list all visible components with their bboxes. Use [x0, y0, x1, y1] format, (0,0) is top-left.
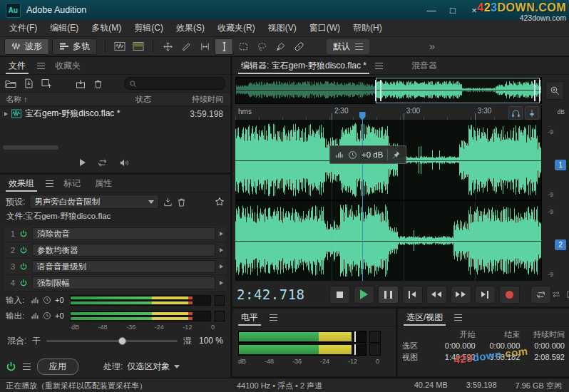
effect-slot-3[interactable]: 3 语音音量级别	[4, 259, 226, 275]
panel-menu-icon[interactable]	[375, 63, 383, 69]
save-preset-icon[interactable]	[163, 197, 173, 207]
clock-icon[interactable]	[43, 311, 51, 320]
mix-value[interactable]: 100 %	[198, 336, 223, 346]
tab-favorites[interactable]: 收藏夹	[52, 57, 83, 74]
panel-menu-icon[interactable]	[454, 314, 462, 321]
minimize-button[interactable]: —	[421, 0, 442, 20]
effect-slot-4[interactable]: 4 强制限幅	[4, 275, 226, 292]
file-list-item[interactable]: 宝石gem-野狼disco.flac * 3:59.198	[0, 106, 230, 121]
menu-effects[interactable]: 效果(S)	[170, 20, 211, 37]
timeline-ruler[interactable]: hms 2:30 3:00 3:30	[235, 105, 542, 120]
chevron-right-icon[interactable]	[220, 264, 223, 269]
tab-properties[interactable]: 属性	[92, 175, 115, 192]
skip-to-end-button[interactable]	[475, 286, 496, 304]
favorite-star-icon[interactable]	[215, 197, 225, 207]
tab-markers[interactable]: 标记	[61, 175, 83, 192]
tab-files[interactable]: 文件	[6, 57, 29, 74]
loop-playback-button[interactable]	[530, 286, 551, 304]
apply-button[interactable]: 应用	[37, 359, 78, 375]
zoom-navigator[interactable]	[235, 77, 542, 104]
power-icon[interactable]	[19, 262, 28, 271]
output-gain-value[interactable]: +0	[55, 311, 66, 320]
arrow-exchange-icon[interactable]	[551, 290, 561, 299]
hud-gain-value[interactable]: +0 dB	[362, 150, 383, 159]
skip-to-start-button[interactable]	[402, 286, 423, 304]
menu-view[interactable]: 视图(V)	[262, 20, 303, 37]
panel-menu-icon[interactable]	[270, 314, 277, 321]
razor-tool-button[interactable]	[178, 39, 195, 54]
menu-edit[interactable]: 编辑(E)	[43, 20, 85, 37]
preview-play-icon[interactable]	[80, 159, 86, 166]
chevron-right-icon[interactable]	[220, 248, 223, 252]
preview-editor-button[interactable]	[525, 106, 539, 120]
horizontal-scrollbar[interactable]	[3, 145, 58, 150]
rewind-button[interactable]	[426, 286, 447, 304]
clip-indicator[interactable]	[369, 331, 381, 343]
clip-indicator[interactable]	[215, 311, 225, 321]
search-input[interactable]	[140, 78, 220, 88]
tab-levels[interactable]: 电平	[238, 309, 261, 326]
trash-icon[interactable]	[93, 79, 103, 88]
menu-window[interactable]: 窗口(W)	[303, 20, 347, 37]
tab-effects-rack[interactable]: 效果组	[6, 175, 37, 192]
navigator-view-range[interactable]	[376, 78, 540, 103]
maximize-button[interactable]: □	[442, 0, 463, 20]
mix-slider[interactable]	[46, 340, 178, 342]
file-search[interactable]	[124, 77, 225, 90]
menu-help[interactable]: 帮助(H)	[347, 20, 389, 37]
play-button[interactable]	[354, 286, 374, 304]
slip-tool-button[interactable]	[196, 39, 213, 54]
stop-button[interactable]	[329, 286, 350, 304]
tab-editor[interactable]: 编辑器: 宝石gem-野狼disco.flac *	[238, 57, 369, 74]
clock-icon[interactable]	[43, 296, 51, 304]
pause-button[interactable]	[378, 286, 399, 304]
multitrack-mode-button[interactable]: 多轨	[52, 38, 97, 55]
show-waveform-button[interactable]	[111, 39, 128, 54]
move-tool-button[interactable]	[159, 39, 176, 54]
clip-indicator[interactable]	[215, 295, 225, 306]
view-range-left-handle[interactable]	[375, 80, 381, 101]
delete-preset-icon[interactable]	[177, 197, 186, 207]
col-name[interactable]: 名称 ↑	[6, 93, 28, 105]
tab-mixer[interactable]: 混音器	[409, 57, 440, 74]
time-display[interactable]: 2:42.718	[237, 287, 305, 302]
time-selection-tool-button[interactable]	[215, 38, 233, 55]
zoom-button[interactable]	[545, 81, 564, 100]
menu-favorites[interactable]: 收藏夹(R)	[211, 20, 262, 37]
power-icon[interactable]	[19, 246, 28, 254]
import-file-icon[interactable]	[24, 78, 34, 88]
chevron-right-icon[interactable]	[220, 281, 223, 285]
preset-select[interactable]: 男声旁白齿音限制	[29, 195, 159, 209]
col-duration[interactable]: 持续时间	[192, 93, 223, 105]
clip-indicator[interactable]	[369, 344, 381, 356]
batch-export-icon[interactable]	[76, 79, 86, 88]
rack-power-icon[interactable]	[6, 361, 16, 372]
power-icon[interactable]	[19, 279, 28, 287]
playhead-line[interactable]	[362, 120, 363, 281]
chevron-right-icon[interactable]	[220, 232, 223, 236]
effect-name[interactable]: 参数均衡器	[32, 244, 215, 257]
view-range-right-handle[interactable]	[534, 80, 540, 101]
pin-icon[interactable]	[392, 150, 401, 159]
input-gain-value[interactable]: +0	[55, 296, 66, 304]
monitor-button[interactable]	[508, 106, 523, 120]
waveform-mode-button[interactable]: 波形	[4, 38, 49, 55]
process-select[interactable]: 处理: 仅选区对象	[103, 361, 180, 373]
tab-selection-view[interactable]: 选区/视图	[404, 309, 446, 326]
record-button[interactable]	[499, 286, 520, 304]
panel-menu-icon[interactable]	[37, 63, 45, 69]
effect-name[interactable]: 强制限幅	[32, 277, 215, 289]
open-folder-icon[interactable]	[5, 79, 16, 88]
hud-overlay[interactable]: +0 dB	[329, 145, 406, 164]
effect-slot-1[interactable]: 1 消除齿音	[4, 226, 226, 242]
power-icon[interactable]	[19, 229, 28, 238]
col-status[interactable]: 状态	[135, 93, 151, 105]
show-spectral-button[interactable]	[130, 39, 147, 54]
marquee-tool-button[interactable]	[235, 39, 252, 54]
menu-clip[interactable]: 剪辑(C)	[128, 20, 170, 37]
effect-name[interactable]: 语音音量级别	[32, 260, 215, 273]
speaker-icon[interactable]	[119, 158, 130, 167]
channel-1-button[interactable]: 1	[555, 160, 566, 170]
effect-slot-2[interactable]: 2 参数均衡器	[4, 242, 226, 259]
panel-options-icon[interactable]	[567, 290, 569, 299]
